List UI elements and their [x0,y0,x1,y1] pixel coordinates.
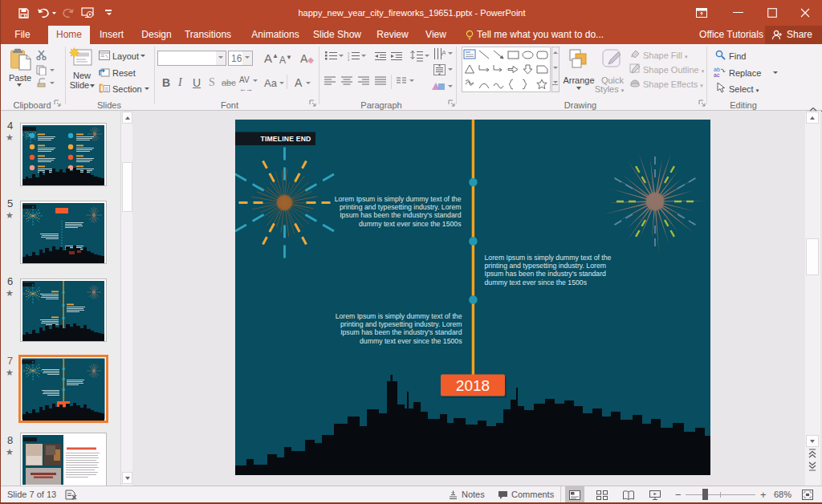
svg-text:ac: ac [714,72,720,77]
svg-text:3: 3 [348,58,350,62]
svg-text:2018: 2018 [456,377,490,394]
svg-text:ab: ab [714,67,720,72]
svg-text:TIMELINE END: TIMELINE END [260,135,311,143]
svg-text:A: A [442,49,446,57]
